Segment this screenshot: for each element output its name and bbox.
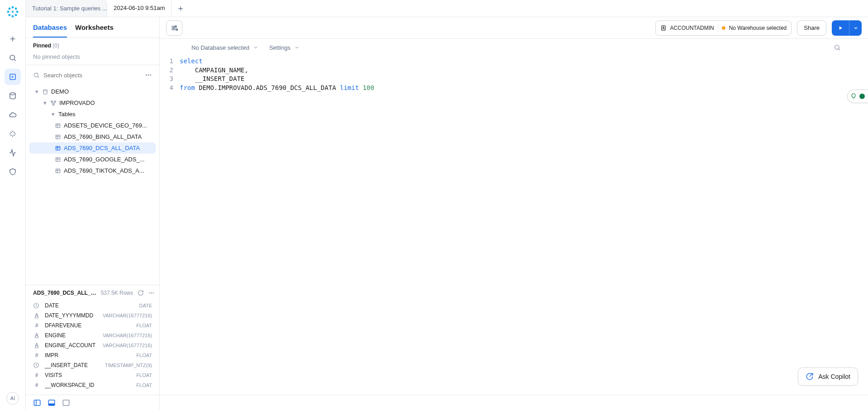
pinned-count: (0) — [52, 42, 59, 49]
layout-bottom-icon[interactable] — [47, 398, 57, 408]
database-context-selector[interactable]: No Database selected — [191, 44, 258, 51]
context-db-label: No Database selected — [191, 44, 249, 51]
snowflake-logo[interactable] — [5, 5, 20, 19]
tab-databases[interactable]: Databases — [33, 24, 67, 38]
svg-point-13 — [146, 75, 147, 75]
svg-point-5 — [15, 14, 17, 16]
share-button[interactable]: Share — [797, 20, 826, 36]
tab-tutorial[interactable]: Tutorial 1: Sample queries ... — [26, 0, 107, 17]
table-icon — [55, 134, 61, 140]
config-button[interactable] — [166, 20, 182, 36]
svg-point-0 — [12, 6, 14, 9]
database-icon[interactable] — [5, 88, 21, 104]
column-type-icon: # — [33, 372, 40, 378]
column-name: IMPR — [45, 352, 58, 358]
column-row[interactable]: __INSERT_DATETIMESTAMP_NTZ(9) — [33, 360, 152, 370]
tree-database[interactable]: ▾ DEMO — [29, 86, 156, 97]
more-options-button[interactable] — [142, 69, 155, 81]
layout-sidebar-icon[interactable] — [32, 398, 42, 408]
object-browser: Databases Worksheets Pinned (0) No pinne… — [26, 17, 160, 410]
table-icon — [55, 145, 61, 151]
svg-point-12 — [34, 73, 38, 77]
svg-point-26 — [151, 292, 152, 293]
run-button[interactable] — [832, 20, 849, 36]
detail-more-button[interactable] — [148, 290, 155, 296]
svg-rect-30 — [34, 400, 40, 405]
svg-point-3 — [16, 11, 19, 13]
tree-table[interactable]: ADS_7690_BING_ALL_DATA — [29, 131, 156, 142]
svg-point-9 — [10, 55, 15, 60]
column-name: __INSERT_DATE — [45, 362, 88, 368]
settings-selector[interactable]: Settings — [269, 44, 300, 51]
shield-icon[interactable] — [5, 164, 21, 180]
ask-copilot-button[interactable]: Ask Copilot — [798, 368, 858, 386]
column-name: VISITS — [45, 372, 62, 378]
add-icon[interactable] — [5, 31, 21, 47]
tree-table[interactable]: ADS_7690_DCS_ALL_DATA — [29, 142, 156, 154]
column-row[interactable]: DATEDATE — [33, 301, 152, 311]
refresh-icon[interactable] — [138, 290, 144, 296]
svg-rect-22 — [56, 146, 60, 150]
column-row[interactable]: AENGINEVARCHAR(16777216) — [33, 330, 152, 340]
column-row[interactable]: #IMPRFLOAT — [33, 350, 152, 360]
column-row[interactable]: ADATE_YYYYMMDDVARCHAR(16777216) — [33, 311, 152, 320]
column-type: VARCHAR(16777216) — [103, 313, 152, 318]
layout-full-icon[interactable] — [61, 398, 71, 408]
column-row[interactable]: #__WORKSPACE_IDFLOAT — [33, 380, 152, 390]
search-icon[interactable] — [5, 50, 21, 66]
tab-worksheets[interactable]: Worksheets — [75, 24, 114, 38]
cloud-icon[interactable] — [5, 107, 21, 123]
tab-add-button[interactable] — [172, 0, 190, 17]
svg-point-1 — [12, 15, 14, 18]
editor: ACCOUNTADMIN No Warehouse selected Share… — [160, 17, 868, 410]
pinned-section: Pinned (0) No pinned objects — [26, 38, 159, 65]
column-row[interactable]: AENGINE_ACCOUNTVARCHAR(16777216) — [33, 340, 152, 350]
svg-point-4 — [8, 7, 10, 9]
chevron-down-icon: ▾ — [42, 99, 48, 106]
column-type: VARCHAR(16777216) — [103, 333, 152, 338]
column-type-icon: # — [33, 322, 40, 329]
tab-current[interactable]: 2024-06-10 9:51am — [107, 0, 172, 17]
svg-rect-8 — [11, 10, 14, 13]
svg-rect-17 — [51, 101, 53, 102]
svg-point-14 — [148, 75, 149, 75]
tree-tables-folder[interactable]: ▾ Tables — [29, 108, 156, 120]
tree-schema[interactable]: ▾ IMPROVADO — [29, 97, 156, 108]
column-type-icon — [33, 362, 40, 368]
column-row[interactable]: #DFAREVENUEFLOAT — [33, 320, 152, 330]
table-icon — [55, 123, 61, 129]
svg-point-38 — [663, 27, 663, 28]
column-row[interactable]: #VISITSFLOAT — [33, 370, 152, 380]
column-name: DATE_YYYYMMDD — [45, 312, 93, 319]
worksheets-icon[interactable] — [5, 69, 21, 85]
run-dropdown[interactable] — [849, 20, 862, 36]
search-input[interactable] — [43, 72, 138, 79]
pinned-label: Pinned — [33, 42, 51, 49]
object-tree: ▾ DEMO ▾ IMPROVADO ▾ Tables ADSETS_DEVIC… — [26, 85, 159, 285]
svg-rect-18 — [54, 101, 56, 102]
svg-point-27 — [153, 292, 154, 293]
tree-table[interactable]: ADS_7690_TIKTOK_ADS_A... — [29, 165, 156, 176]
search-icon — [33, 72, 40, 79]
tree-table-label: ADSETS_DEVICE_GEO_769... — [64, 122, 147, 129]
editor-search-icon[interactable] — [834, 44, 841, 51]
hints-pill[interactable] — [847, 90, 868, 103]
svg-point-7 — [15, 7, 17, 9]
role-warehouse-selector[interactable]: ACCOUNTADMIN No Warehouse selected — [655, 20, 792, 36]
detail-row-count: 537.5K Rows — [101, 290, 133, 296]
column-name: __WORKSPACE_ID — [45, 382, 94, 388]
svg-rect-19 — [52, 104, 54, 105]
tree-schema-label: IMPROVADO — [59, 99, 95, 106]
tree-table[interactable]: ADSETS_DEVICE_GEO_769... — [29, 120, 156, 131]
activity-icon[interactable] — [5, 145, 21, 161]
tree-table[interactable]: ADS_7690_GOOGLE_ADS_... — [29, 154, 156, 165]
code-editor[interactable]: 1234 select CAMPAIGN_NAME, __INSERT_DATE… — [160, 56, 868, 395]
column-type-icon: A — [33, 342, 40, 349]
svg-point-34 — [175, 25, 176, 27]
pinned-empty-text: No pinned objects — [33, 53, 152, 60]
sparkle-icon[interactable] — [5, 126, 21, 142]
tabs-row: Tutorial 1: Sample queries ... 2024-06-1… — [26, 0, 868, 17]
svg-point-35 — [173, 27, 174, 28]
ai-button[interactable]: AI — [6, 392, 19, 405]
svg-point-39 — [835, 45, 839, 49]
